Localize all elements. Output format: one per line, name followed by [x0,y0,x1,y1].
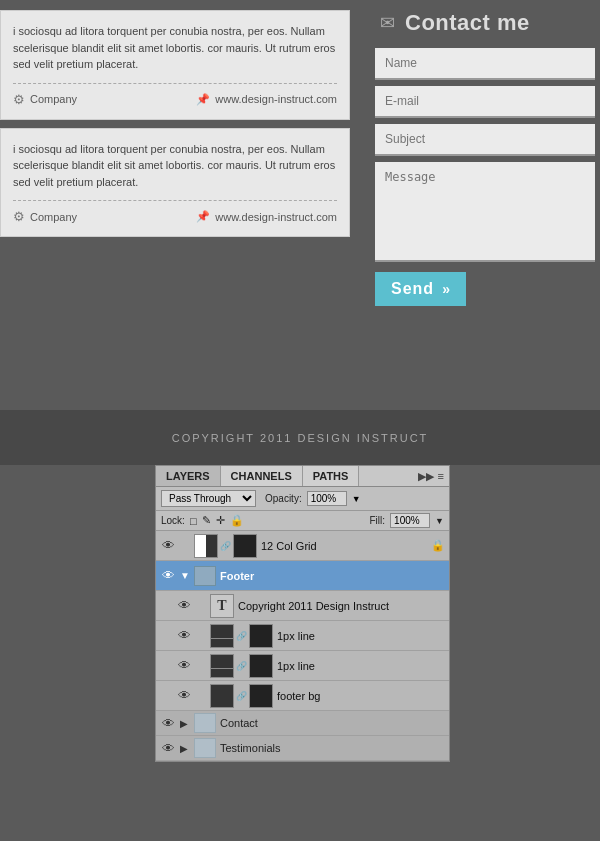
layer-row-12col-grid[interactable]: 👁 🔗 12 Col Grid 🔒 [156,531,449,561]
layer-name-copyright: Copyright 2011 Design Instruct [238,600,445,612]
bottom-groups: 👁 ▶ Contact 👁 ▶ Testimonials [156,711,449,761]
expand-arrow-testimonials[interactable]: ▶ [180,743,190,754]
lock-icon-lock: 🔒 [230,514,244,527]
footer-section: COPYRIGHT 2011 DESIGN INSTRUCT [0,410,600,465]
card-1: i sociosqu ad litora torquent per conubi… [0,10,350,120]
layer-row-footer-bg[interactable]: 👁 🔗 footer bg [156,681,449,711]
layers-panel: LAYERS CHANNELS PATHS ▶▶ ≡ Pass Through … [155,465,450,762]
layer-thumb-1px1-mask [249,624,273,648]
tab-channels[interactable]: CHANNELS [221,466,303,486]
dropdown-arrow-fill: ▼ [435,516,444,526]
visibility-eye-footer[interactable]: 👁 [160,568,176,583]
forward-icon: ▶▶ [418,470,434,483]
layer-thumb-footer-bg-mask [249,684,273,708]
layer-thumb-container: 🔗 [194,534,257,558]
dropdown-arrow-opacity: ▼ [352,494,361,504]
layer-name-contact: Contact [220,717,445,729]
website-section: i sociosqu ad litora torquent per conubi… [0,0,600,410]
layer-thumb-1px2 [210,654,234,678]
layer-thumb-footer-bg [210,684,234,708]
layer-thumb-container-footer [194,566,216,586]
visibility-eye-testimonials[interactable]: 👁 [160,741,176,756]
layer-thumb-testimonials [194,738,216,758]
card-1-text: i sociosqu ad litora torquent per conubi… [13,23,337,73]
layer-thumb-mask [233,534,257,558]
card-1-company: Company [13,92,77,107]
card-2: i sociosqu ad litora torquent per conubi… [0,128,350,238]
opacity-label: Opacity: [265,493,302,504]
tab-layers[interactable]: LAYERS [156,466,221,486]
pin-icon [196,93,210,106]
layer-name-12col: 12 Col Grid [261,540,427,552]
layer-thumb-contact [194,713,216,733]
layer-row-contact[interactable]: 👁 ▶ Contact [156,711,449,736]
lock-label: Lock: [161,515,185,526]
panel-tabs: LAYERS CHANNELS PATHS ▶▶ ≡ [156,466,449,487]
card-1-website: www.design-instruct.com [196,93,337,106]
chain-icon-1px1: 🔗 [236,631,247,641]
card-2-company: Company [13,209,77,224]
layer-thumb-container-1px1: 🔗 [210,624,273,648]
layer-row-footer[interactable]: 👁 ▼ Footer [156,561,449,591]
contact-form-section: ✉ Contact me Send » [365,0,600,316]
visibility-eye-copyright[interactable]: 👁 [176,598,192,613]
blend-toolbar: Pass Through Opacity: ▼ [156,487,449,511]
message-input[interactable] [375,162,595,262]
layers-list: 👁 🔗 12 Col Grid 🔒 👁 ▼ Footer [156,531,449,711]
layer-thumb-text: T [210,594,234,618]
visibility-eye-footer-bg[interactable]: 👁 [176,688,192,703]
visibility-eye-1px2[interactable]: 👁 [176,658,192,673]
email-input[interactable] [375,86,595,118]
blend-mode-select[interactable]: Pass Through [161,490,256,507]
lock-icon-pencil: ✎ [202,514,211,527]
fill-input[interactable] [390,513,430,528]
fill-label: Fill: [370,515,386,526]
card-2-website-label: www.design-instruct.com [215,211,337,223]
card-2-website: www.design-instruct.com [196,210,337,223]
visibility-eye-1px1[interactable]: 👁 [176,628,192,643]
menu-icon: ≡ [438,470,444,482]
card-2-company-label: Company [30,211,77,223]
contact-header: ✉ Contact me [375,10,600,36]
layer-row-1pxline-1[interactable]: 👁 🔗 1px line [156,621,449,651]
layer-row-1pxline-2[interactable]: 👁 🔗 1px line [156,651,449,681]
page-wrapper: i sociosqu ad litora torquent per conubi… [0,0,600,841]
visibility-eye[interactable]: 👁 [160,538,176,553]
expand-arrow-contact[interactable]: ▶ [180,718,190,729]
gear-icon-2 [13,209,25,224]
name-input[interactable] [375,48,595,80]
card-2-footer: Company www.design-instruct.com [13,200,337,224]
lock-row: Lock: □ ✎ ✛ 🔒 Fill: ▼ [156,511,449,531]
opacity-input[interactable] [307,491,347,506]
contact-title: Contact me [405,10,530,36]
card-2-text: i sociosqu ad litora torquent per conubi… [13,141,337,191]
card-1-company-label: Company [30,93,77,105]
layer-name-footer-bg: footer bg [277,690,445,702]
layer-lock-icon: 🔒 [431,539,445,552]
expand-arrow-footer[interactable]: ▼ [180,570,190,581]
layer-thumb-1px2-mask [249,654,273,678]
visibility-eye-contact[interactable]: 👁 [160,716,176,731]
layer-row-testimonials[interactable]: 👁 ▶ Testimonials [156,736,449,761]
chain-icon-footer-bg: 🔗 [236,691,247,701]
gear-icon [13,92,25,107]
panel-tab-icons: ▶▶ ≡ [413,466,449,486]
layer-thumb-1px1 [210,624,234,648]
chain-icon: 🔗 [220,541,231,551]
pin-icon-2 [196,210,210,223]
footer-copyright: COPYRIGHT 2011 DESIGN INSTRUCT [172,432,429,444]
subject-input[interactable] [375,124,595,156]
lock-icon-square: □ [190,515,197,527]
send-button[interactable]: Send » [375,272,466,306]
card-1-website-label: www.design-instruct.com [215,93,337,105]
layer-row-copyright[interactable]: 👁 T Copyright 2011 Design Instruct [156,591,449,621]
layer-name-1pxline-1: 1px line [277,630,445,642]
layer-name-footer: Footer [220,570,445,582]
layer-thumb-container-footer-bg: 🔗 [210,684,273,708]
mail-icon: ✉ [380,12,395,34]
tab-paths[interactable]: PATHS [303,466,360,486]
layer-thumb-container-1px2: 🔗 [210,654,273,678]
layer-thumb-container-copyright: T [210,594,234,618]
lock-icon-move: ✛ [216,514,225,527]
layer-name-1pxline-2: 1px line [277,660,445,672]
